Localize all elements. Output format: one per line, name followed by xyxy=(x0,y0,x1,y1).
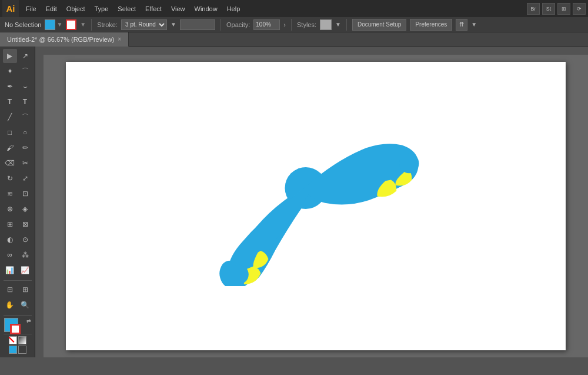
tool-row-6: □ ○ xyxy=(3,125,32,140)
fill-arrow[interactable]: ▼ xyxy=(56,21,62,28)
stock-icon-btn[interactable]: St xyxy=(542,3,555,15)
color-gradient-btn[interactable] xyxy=(18,336,26,344)
menu-effect[interactable]: Effect xyxy=(141,3,166,15)
opacity-label: Opacity: xyxy=(226,21,250,28)
grid-icon-btn[interactable]: ⊞ xyxy=(557,3,570,15)
tab-close-button[interactable]: × xyxy=(118,36,121,42)
stroke-color-swatch[interactable] xyxy=(66,19,76,30)
artboard-tool[interactable]: ⊞ xyxy=(18,283,32,297)
document-setup-button[interactable]: Document Setup xyxy=(352,19,407,31)
menu-file[interactable]: File xyxy=(21,3,41,15)
left-toolbar: ▶ ↗ ✦ ⌒ ✒ ⌣ T T ╱ ⌒ □ ○ 🖌 ✏ ⌫ ✂ xyxy=(0,47,35,357)
tool-row-14: ∞ ⁂ xyxy=(3,248,32,262)
arrange-icon-btn[interactable]: ⇈ xyxy=(456,19,467,31)
stroke-value-select[interactable]: 3 pt. Round xyxy=(121,19,167,30)
mesh-tool[interactable]: ⊠ xyxy=(18,217,32,231)
divider-1 xyxy=(91,19,92,31)
canvas-area xyxy=(44,55,588,357)
magic-wand-tool[interactable]: ✦ xyxy=(3,64,17,78)
blend-tool[interactable]: ∞ xyxy=(3,248,17,262)
type-vertical-tool[interactable]: T xyxy=(18,95,32,109)
color-selector: ⇄ ◪ xyxy=(4,318,31,331)
gradient-tool[interactable]: ◐ xyxy=(3,233,17,247)
styles-arrow[interactable]: ▼ xyxy=(335,21,341,28)
hand-tool[interactable]: ✋ xyxy=(3,298,17,312)
opacity-input[interactable] xyxy=(253,19,280,30)
fill-color-section: ▼ xyxy=(45,19,62,30)
ellipse-tool[interactable]: ○ xyxy=(18,125,32,140)
selection-tool[interactable]: ▶ xyxy=(3,49,17,63)
eyedropper-tool[interactable]: ⊙ xyxy=(18,233,32,247)
tool-row-16: ⊟ ⊞ xyxy=(3,283,32,297)
arrange-arrow[interactable]: ▼ xyxy=(471,21,477,28)
rectangle-tool[interactable]: □ xyxy=(3,125,17,140)
pen-tool[interactable]: ✒ xyxy=(3,79,17,94)
menu-bar: Ai File Edit Object Type Select Effect V… xyxy=(0,0,588,17)
tool-row-7: 🖌 ✏ xyxy=(3,141,32,155)
perspective-tool[interactable]: ⊞ xyxy=(3,217,17,231)
tool-row-12: ⊞ ⊠ xyxy=(3,217,32,231)
curvature-tool[interactable]: ⌣ xyxy=(18,79,32,94)
no-selection-label: No Selection xyxy=(5,21,41,28)
main-layout: ▶ ↗ ✦ ⌒ ✒ ⌣ T T ╱ ⌒ □ ○ 🖌 ✏ ⌫ ✂ xyxy=(0,47,588,357)
artboard xyxy=(66,62,566,350)
column-graph-tool[interactable]: 📊 xyxy=(3,263,17,277)
tool-row-3: ✒ ⌣ xyxy=(3,79,32,94)
stroke-box[interactable] xyxy=(10,324,21,334)
tool-row-4: T T xyxy=(3,95,32,109)
paintbrush-tool[interactable]: 🖌 xyxy=(3,141,17,155)
menu-object[interactable]: Object xyxy=(62,3,90,15)
warp-tool[interactable]: ≋ xyxy=(3,187,17,201)
menu-select[interactable]: Select xyxy=(113,3,141,15)
zoom-tool[interactable]: 🔍 xyxy=(18,298,32,312)
menu-window[interactable]: Window xyxy=(190,3,222,15)
sync-icon-btn[interactable]: ⟳ xyxy=(573,3,586,15)
menu-edit[interactable]: Edit xyxy=(41,3,62,15)
stroke-preview-bar xyxy=(180,19,215,30)
menu-icon-area: Br St ⊞ ⟳ xyxy=(527,3,586,15)
type-tool[interactable]: T xyxy=(3,95,17,109)
shape-builder-tool[interactable]: ⊕ xyxy=(3,202,17,216)
free-transform-tool[interactable]: ⊡ xyxy=(18,187,32,201)
direct-selection-tool[interactable]: ↗ xyxy=(18,49,32,63)
tool-separator-1 xyxy=(4,280,32,281)
stroke-dropdown-arrow[interactable]: ▼ xyxy=(171,21,176,28)
tool-row-2: ✦ ⌒ xyxy=(3,64,32,78)
lasso-tool[interactable]: ⌒ xyxy=(18,64,32,78)
arc-tool[interactable]: ⌒ xyxy=(18,110,32,124)
bridge-icon-btn[interactable]: Br xyxy=(527,3,540,15)
stroke-arrow[interactable]: ▼ xyxy=(80,21,86,28)
stroke-label: Stroke: xyxy=(97,21,118,28)
slice-tool[interactable]: ⊟ xyxy=(3,283,17,297)
divider-2 xyxy=(220,19,221,31)
tool-row-11: ⊕ ◈ xyxy=(3,202,32,216)
menu-help[interactable]: Help xyxy=(222,3,245,15)
screen-mode-btn[interactable] xyxy=(18,346,26,354)
eraser-tool[interactable]: ⌫ xyxy=(3,156,17,170)
document-tab[interactable]: Untitled-2* @ 66.67% (RGB/Preview) × xyxy=(0,32,129,47)
menu-type[interactable]: Type xyxy=(90,3,113,15)
menu-view[interactable]: View xyxy=(166,3,190,15)
rotate-tool[interactable]: ↻ xyxy=(3,171,17,185)
styles-swatch[interactable] xyxy=(320,19,332,30)
control-bar: No Selection ▼ ▼ Stroke: 3 pt. Round ▼ O… xyxy=(0,17,588,32)
opacity-arrow[interactable]: › xyxy=(283,21,286,28)
line-tool[interactable]: ╱ xyxy=(3,110,17,124)
tool-row-8: ⌫ ✂ xyxy=(3,156,32,170)
color-mode-row-2 xyxy=(9,346,26,354)
tab-title: Untitled-2* @ 66.67% (RGB/Preview) xyxy=(7,36,114,43)
pencil-tool[interactable]: ✏ xyxy=(18,141,32,155)
tool-row-13: ◐ ⊙ xyxy=(3,233,32,247)
app-logo: Ai xyxy=(2,0,19,17)
scale-tool[interactable]: ⤢ xyxy=(18,171,32,185)
live-paint-tool[interactable]: ◈ xyxy=(18,202,32,216)
preferences-button[interactable]: Preferences xyxy=(410,19,452,31)
swap-colors-icon[interactable]: ⇄ xyxy=(26,318,31,324)
symbol-spray-tool[interactable]: ⁂ xyxy=(18,248,32,262)
fill-color-swatch[interactable] xyxy=(45,19,55,30)
color-none-btn[interactable] xyxy=(9,336,17,344)
bar-graph-tool[interactable]: 📈 xyxy=(18,263,32,277)
change-screen-mode-btn[interactable] xyxy=(9,346,17,354)
divider-4 xyxy=(346,19,347,31)
scissor-tool[interactable]: ✂ xyxy=(18,156,32,170)
